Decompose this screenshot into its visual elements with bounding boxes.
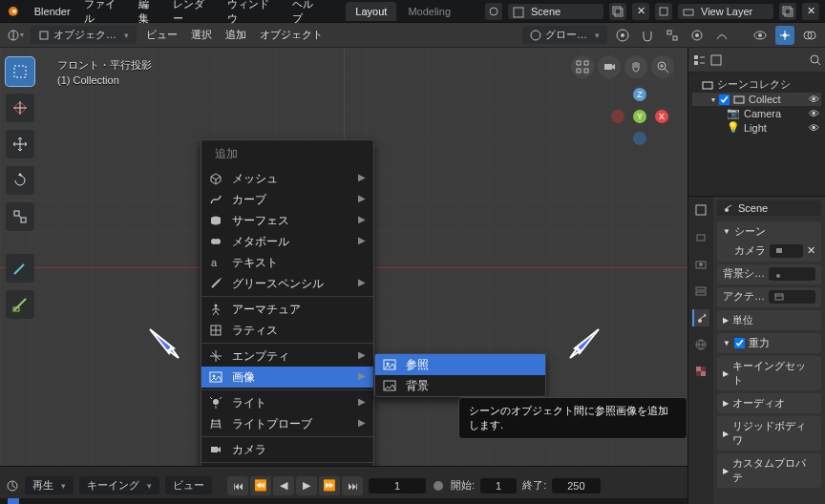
header-menu-select[interactable]: 選択 [187,28,216,42]
tab-scene-icon[interactable] [692,309,709,326]
menu-help[interactable]: ヘルプ [292,0,323,26]
menu-render[interactable]: レンダー [173,0,214,26]
panel-gravity-header[interactable]: ▼重力 [717,333,821,353]
axis-neg-z[interactable] [633,132,646,145]
active-clip-field[interactable] [769,290,815,304]
eye-icon[interactable]: 👁 [809,122,819,134]
axis-y[interactable]: Y [633,110,646,123]
timeline-cursor[interactable] [8,498,19,504]
submenu-reference[interactable]: 参照 [375,354,545,375]
axis-z[interactable]: Z [633,88,646,101]
timeline-play-menu[interactable]: 再生 [25,476,74,494]
add-menu-item-camera[interactable]: カメラ [201,439,373,460]
eye-icon[interactable]: 👁 [809,94,819,105]
add-menu-item-text[interactable]: aテキスト [201,252,373,273]
outliner-item-collection[interactable]: ▾ Collect 👁 [692,93,821,106]
axis-x[interactable]: X [655,110,668,123]
add-menu-item-mesh[interactable]: メッシュ▶ [201,168,373,189]
gizmo-grid-icon[interactable] [571,55,594,78]
tab-render-icon[interactable] [692,229,709,246]
properties-editor-icon[interactable] [694,200,708,220]
outliner-item-camera[interactable]: 📷 Camera 👁 [692,106,821,120]
tab-modeling[interactable]: Modeling [398,2,460,21]
falloff-icon[interactable] [712,26,731,45]
outliner-item-light[interactable]: 💡 Light 👁 [692,120,821,135]
delete-viewlayer-icon[interactable]: ✕ [802,3,819,20]
add-menu-item-meta[interactable]: メタボール▶ [201,231,373,252]
panel-customprops-header[interactable]: ▶カスタムプロパテ [717,453,821,488]
outliner-display-mode-icon[interactable] [709,53,723,67]
panel-units-header[interactable]: ▶単位 [717,310,821,330]
browse-scene-icon[interactable] [485,3,502,20]
outliner-search-icon[interactable] [810,54,821,66]
scene-field[interactable]: Scene [508,4,603,19]
header-menu-object[interactable]: オブジェクト [256,28,327,42]
clear-icon[interactable]: ✕ [807,244,815,257]
snap-target-icon[interactable] [663,26,682,45]
visibility-icon[interactable] [751,26,770,45]
collection-enable-checkbox[interactable] [719,94,730,105]
menu-window[interactable]: ウィンドウ [227,0,279,26]
add-menu-item-empty[interactable]: エンプティ▶ [201,346,373,367]
gizmo-pan-icon[interactable] [624,55,647,78]
tool-scale[interactable] [6,202,34,231]
tool-annotate[interactable] [6,254,34,283]
add-menu-item-light[interactable]: ライト▶ [201,392,373,413]
play-reverse-icon[interactable]: ◀ [273,476,294,495]
timeline-editor-icon[interactable] [6,479,19,493]
gizmo-camera-icon[interactable] [598,55,621,78]
tool-measure[interactable] [6,290,34,319]
timeline-keying-menu[interactable]: キーイング [79,476,159,494]
gizmo-zoom-icon[interactable] [651,55,674,78]
panel-audio-header[interactable]: ▶オーディオ [717,393,821,413]
timeline-view-menu[interactable]: ビュー [165,476,212,494]
tab-viewlayer-icon[interactable] [692,283,709,300]
panel-keyingset-header[interactable]: ▶キーイングセット [717,356,821,390]
overlay-icon[interactable] [800,26,819,45]
panel-scene-header[interactable]: ▼シーン [717,221,821,242]
panel-rigidbody-header[interactable]: ▶リジッドボディワ [717,416,821,451]
add-menu-item-arm[interactable]: アーマチュア [201,299,373,320]
add-menu-item-probe[interactable]: ライトプローブ▶ [201,413,373,434]
tab-world-icon[interactable] [692,336,709,353]
header-menu-add[interactable]: 追加 [222,28,250,42]
new-viewlayer-icon[interactable] [779,3,796,20]
pivot-icon[interactable] [613,26,632,45]
play-jump-end-icon[interactable]: ⏭ [342,476,363,495]
add-menu-item-curve[interactable]: カーブ▶ [201,189,373,210]
add-menu-item-image[interactable]: 画像▶ [201,367,373,388]
camera-field[interactable] [770,244,803,258]
editor-type-icon[interactable]: ▾ [6,26,25,45]
outliner-root[interactable]: シーンコレクシ [692,76,821,93]
tool-rotate[interactable] [6,166,34,195]
tool-select[interactable] [6,57,34,86]
start-frame-field[interactable]: 1 [480,478,517,494]
menu-file[interactable]: ファイル [84,0,125,26]
auto-key-icon[interactable] [432,479,445,493]
browse-viewlayer-icon[interactable] [655,3,672,20]
gizmo-toggle-icon[interactable] [775,26,794,45]
transform-orientation-dropdown[interactable]: グロー… [522,26,607,44]
tab-output-icon[interactable] [692,256,709,273]
snap-icon[interactable] [638,26,657,45]
add-menu-item-gp[interactable]: グリースペンシル▶ [201,273,373,294]
menu-edit[interactable]: 編集 [138,0,159,26]
viewlayer-field[interactable]: View Layer [678,4,773,19]
play-next-key-icon[interactable]: ⏩ [319,476,340,495]
tool-cursor[interactable] [6,94,34,122]
header-menu-view[interactable]: ビュー [142,28,181,42]
play-jump-start-icon[interactable]: ⏮ [227,476,248,495]
add-menu-item-lat[interactable]: ラティス [201,320,373,341]
outliner-editor-icon[interactable] [692,53,706,67]
gravity-checkbox[interactable] [734,338,745,348]
tool-move[interactable] [6,130,34,158]
mode-dropdown[interactable]: オブジェク… [31,26,137,44]
axis-neg-x[interactable] [611,110,624,123]
submenu-background[interactable]: 背景 [375,375,545,396]
play-prev-key-icon[interactable]: ⏪ [250,476,271,495]
end-frame-field[interactable]: 250 [552,478,600,494]
play-forward-icon[interactable]: ▶ [296,476,317,495]
eye-icon[interactable]: 👁 [809,108,819,119]
add-menu-item-surface[interactable]: サーフェス▶ [201,210,373,231]
new-scene-icon[interactable] [609,3,626,20]
